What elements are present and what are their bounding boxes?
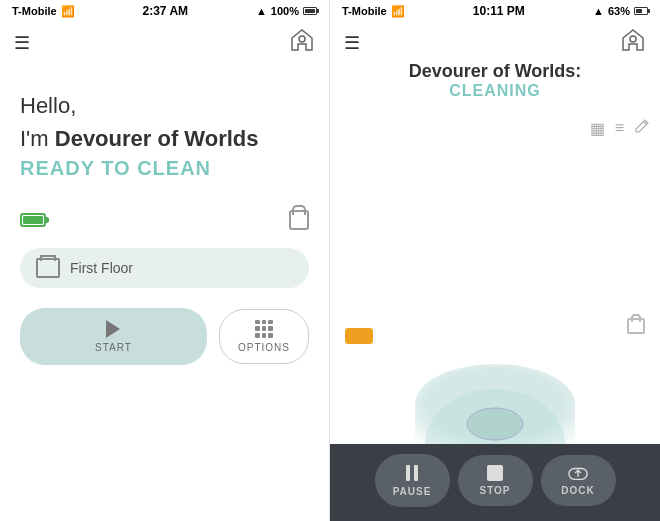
robot-battery-icon xyxy=(20,213,46,227)
pause-button[interactable]: PAUSE xyxy=(375,454,450,507)
left-wifi-icon: 📶 xyxy=(61,5,75,18)
right-wifi-icon: 📶 xyxy=(391,5,405,18)
left-nav-bar: ☰ xyxy=(0,22,329,61)
colon: : xyxy=(575,61,581,81)
left-signal-icon: ▲ xyxy=(256,5,267,17)
left-battery-fill xyxy=(305,9,315,13)
right-battery-area: ▲ 63% xyxy=(593,5,648,17)
left-panel: T-Mobile 📶 2:37 AM ▲ 100% ☰ Hello, I'm D… xyxy=(0,0,330,521)
right-device-name: Devourer of Worlds xyxy=(409,61,576,81)
floor-selector[interactable]: First Floor xyxy=(20,248,309,288)
stop-icon xyxy=(487,465,503,481)
left-carrier: T-Mobile xyxy=(12,5,57,17)
options-button[interactable]: OPTIONS xyxy=(219,309,309,364)
right-nav-bar: ☰ xyxy=(330,22,660,61)
left-battery-pct: 100% xyxy=(271,5,299,17)
pause-label: PAUSE xyxy=(393,486,432,497)
dock-label: DOCK xyxy=(561,485,594,496)
start-label: START xyxy=(95,342,132,353)
dock-button[interactable]: DOCK xyxy=(541,455,616,506)
greeting-line1: Hello, xyxy=(20,91,309,122)
right-carrier: T-Mobile xyxy=(342,5,387,17)
stop-label: STOP xyxy=(479,485,510,496)
start-button[interactable]: START xyxy=(20,308,207,365)
home-nav-icon[interactable] xyxy=(289,28,315,57)
right-panel: T-Mobile 📶 10:11 PM ▲ 63% ☰ Devourer of … xyxy=(330,0,660,521)
map-tools: ▦ ≡ xyxy=(590,118,650,138)
right-signal-icon: ▲ xyxy=(593,5,604,17)
right-home-icon[interactable] xyxy=(620,28,646,57)
right-hamburger-icon[interactable]: ☰ xyxy=(344,32,360,54)
pause-icon xyxy=(406,464,418,482)
vacuum-visual xyxy=(415,364,575,444)
ready-status: READY TO CLEAN xyxy=(20,157,309,180)
dock-icon xyxy=(568,465,588,481)
device-title-line: Devourer of Worlds: xyxy=(330,61,660,82)
svg-point-1 xyxy=(630,36,636,42)
im-text: I'm xyxy=(20,126,55,151)
floor-map-icon xyxy=(36,258,60,278)
ruler-icon[interactable]: ▦ xyxy=(590,119,605,138)
greeting-line2: I'm Devourer of Worlds xyxy=(20,124,309,155)
map-area: ▦ ≡ xyxy=(330,108,660,444)
left-time: 2:37 AM xyxy=(143,4,189,18)
hamburger-menu-icon[interactable]: ☰ xyxy=(14,32,30,54)
left-carrier-area: T-Mobile 📶 xyxy=(12,5,75,18)
right-cleaning-status: CLEANING xyxy=(330,82,660,100)
robot-battery-fill xyxy=(23,216,43,224)
robot-battery-indicator xyxy=(345,328,373,344)
stop-button[interactable]: STOP xyxy=(458,455,533,506)
right-carrier-area: T-Mobile 📶 xyxy=(342,5,405,18)
list-icon[interactable]: ≡ xyxy=(615,119,624,137)
right-battery-icon xyxy=(634,7,648,15)
left-status-bar: T-Mobile 📶 2:37 AM ▲ 100% xyxy=(0,0,329,22)
right-status-bar: T-Mobile 📶 10:11 PM ▲ 63% xyxy=(330,0,660,22)
lock-icon xyxy=(289,210,309,230)
right-battery-fill xyxy=(636,9,642,13)
floor-label: First Floor xyxy=(70,260,133,276)
right-lock-icon xyxy=(627,318,645,334)
edit-icon[interactable] xyxy=(634,118,650,138)
device-name-greeting: Devourer of Worlds xyxy=(55,126,259,151)
play-icon xyxy=(106,320,120,338)
battery-row xyxy=(20,210,309,230)
action-button-row: START OPTIONS xyxy=(20,308,309,365)
left-battery-icon xyxy=(303,7,317,15)
left-battery-area: ▲ 100% xyxy=(256,5,317,17)
hello-text: Hello, xyxy=(20,93,76,118)
device-title-area: Devourer of Worlds: CLEANING xyxy=(330,61,660,100)
right-time: 10:11 PM xyxy=(473,4,525,18)
left-main: Hello, I'm Devourer of Worlds READY TO C… xyxy=(0,61,329,521)
grid-icon xyxy=(255,320,273,338)
options-label: OPTIONS xyxy=(238,342,290,353)
right-battery-pct: 63% xyxy=(608,5,630,17)
svg-point-0 xyxy=(299,36,305,42)
svg-point-3 xyxy=(467,408,523,440)
control-bar: PAUSE STOP DOCK xyxy=(330,444,660,521)
